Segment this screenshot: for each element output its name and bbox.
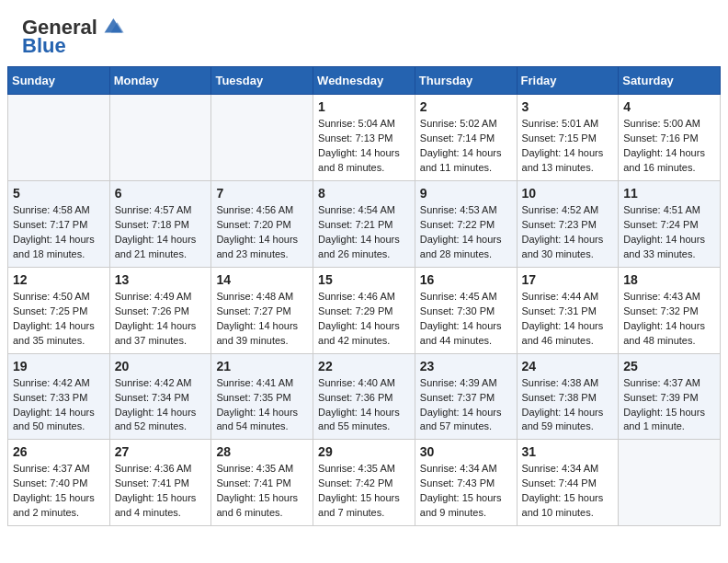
day-number: 12 [13,272,105,287]
logo-blue-text: Blue [22,34,66,57]
calendar-cell: 23Sunrise: 4:39 AMSunset: 7:37 PMDayligh… [415,353,517,440]
calendar-week-1: 1Sunrise: 5:04 AMSunset: 7:13 PMDaylight… [8,95,721,181]
day-number: 19 [13,359,105,373]
day-number: 4 [623,99,715,114]
day-number: 23 [420,359,512,373]
cell-content: Sunrise: 4:35 AMSunset: 7:42 PMDaylight:… [318,462,410,521]
day-number: 5 [13,186,105,201]
cell-content: Sunrise: 4:34 AMSunset: 7:44 PMDaylight:… [522,462,614,521]
cell-content: Sunrise: 5:04 AMSunset: 7:13 PMDaylight:… [318,117,410,176]
day-number: 14 [216,272,308,287]
day-number: 25 [623,359,715,373]
day-number: 11 [623,186,715,201]
cell-content: Sunrise: 4:35 AMSunset: 7:41 PMDaylight:… [216,462,308,521]
weekday-row: SundayMondayTuesdayWednesdayThursdayFrid… [8,67,721,95]
logo-icon [99,12,125,38]
cell-content: Sunrise: 4:37 AMSunset: 7:39 PMDaylight:… [623,376,715,435]
weekday-header-sunday: Sunday [8,67,110,95]
day-number: 9 [420,186,512,201]
cell-content: Sunrise: 4:54 AMSunset: 7:21 PMDaylight:… [318,203,410,262]
day-number: 8 [318,186,410,201]
cell-content: Sunrise: 4:46 AMSunset: 7:29 PMDaylight:… [318,290,410,349]
calendar-header: SundayMondayTuesdayWednesdayThursdayFrid… [8,67,721,95]
day-number: 18 [623,272,715,287]
cell-content: Sunrise: 4:36 AMSunset: 7:41 PMDaylight:… [115,462,207,521]
cell-content: Sunrise: 4:56 AMSunset: 7:20 PMDaylight:… [216,203,308,262]
cell-content: Sunrise: 5:02 AMSunset: 7:14 PMDaylight:… [420,117,512,176]
day-number: 22 [318,359,410,373]
calendar-cell: 31Sunrise: 4:34 AMSunset: 7:44 PMDayligh… [517,440,619,526]
day-number: 13 [115,272,207,287]
calendar-cell: 17Sunrise: 4:44 AMSunset: 7:31 PMDayligh… [517,267,619,353]
calendar-week-4: 19Sunrise: 4:42 AMSunset: 7:33 PMDayligh… [8,353,721,440]
day-number: 27 [115,444,207,459]
calendar-week-3: 12Sunrise: 4:50 AMSunset: 7:25 PMDayligh… [8,267,721,353]
day-number: 20 [115,359,207,373]
cell-content: Sunrise: 4:38 AMSunset: 7:38 PMDaylight:… [522,376,614,435]
cell-content: Sunrise: 4:50 AMSunset: 7:25 PMDaylight:… [13,290,105,349]
day-number: 15 [318,272,410,287]
day-number: 7 [216,186,308,201]
cell-content: Sunrise: 4:49 AMSunset: 7:26 PMDaylight:… [115,290,207,349]
calendar-cell: 29Sunrise: 4:35 AMSunset: 7:42 PMDayligh… [313,440,415,526]
calendar-week-2: 5Sunrise: 4:58 AMSunset: 7:17 PMDaylight… [8,181,721,268]
day-number: 3 [522,99,614,114]
logo: General Blue [22,17,125,57]
calendar-cell: 19Sunrise: 4:42 AMSunset: 7:33 PMDayligh… [8,353,110,440]
cell-content: Sunrise: 4:34 AMSunset: 7:43 PMDaylight:… [420,462,512,521]
calendar-cell: 9Sunrise: 4:53 AMSunset: 7:22 PMDaylight… [415,181,517,268]
day-number: 31 [522,444,614,459]
cell-content: Sunrise: 4:57 AMSunset: 7:18 PMDaylight:… [115,203,207,262]
calendar-cell [619,440,721,526]
cell-content: Sunrise: 4:51 AMSunset: 7:24 PMDaylight:… [623,203,715,262]
calendar-cell: 27Sunrise: 4:36 AMSunset: 7:41 PMDayligh… [109,440,211,526]
calendar-cell: 4Sunrise: 5:00 AMSunset: 7:16 PMDaylight… [619,95,721,181]
calendar-cell: 2Sunrise: 5:02 AMSunset: 7:14 PMDaylight… [415,95,517,181]
day-number: 10 [522,186,614,201]
calendar-cell: 26Sunrise: 4:37 AMSunset: 7:40 PMDayligh… [8,440,110,526]
day-number: 29 [318,444,410,459]
weekday-header-tuesday: Tuesday [211,67,313,95]
cell-content: Sunrise: 4:37 AMSunset: 7:40 PMDaylight:… [13,462,105,521]
calendar-cell: 3Sunrise: 5:01 AMSunset: 7:15 PMDaylight… [517,95,619,181]
cell-content: Sunrise: 5:00 AMSunset: 7:16 PMDaylight:… [623,117,715,176]
cell-content: Sunrise: 4:40 AMSunset: 7:36 PMDaylight:… [318,376,410,435]
calendar-cell: 8Sunrise: 4:54 AMSunset: 7:21 PMDaylight… [313,181,415,268]
calendar-cell: 20Sunrise: 4:42 AMSunset: 7:34 PMDayligh… [109,353,211,440]
calendar-cell: 25Sunrise: 4:37 AMSunset: 7:39 PMDayligh… [619,353,721,440]
calendar-cell: 12Sunrise: 4:50 AMSunset: 7:25 PMDayligh… [8,267,110,353]
day-number: 26 [13,444,105,459]
calendar-table: SundayMondayTuesdayWednesdayThursdayFrid… [7,66,721,526]
weekday-header-saturday: Saturday [619,67,721,95]
cell-content: Sunrise: 4:44 AMSunset: 7:31 PMDaylight:… [522,290,614,349]
cell-content: Sunrise: 4:58 AMSunset: 7:17 PMDaylight:… [13,203,105,262]
calendar-body: 1Sunrise: 5:04 AMSunset: 7:13 PMDaylight… [8,95,721,526]
calendar-cell: 10Sunrise: 4:52 AMSunset: 7:23 PMDayligh… [517,181,619,268]
weekday-header-friday: Friday [517,67,619,95]
calendar-cell: 16Sunrise: 4:45 AMSunset: 7:30 PMDayligh… [415,267,517,353]
cell-content: Sunrise: 4:43 AMSunset: 7:32 PMDaylight:… [623,290,715,349]
calendar-wrapper: SundayMondayTuesdayWednesdayThursdayFrid… [0,66,728,534]
calendar-cell: 6Sunrise: 4:57 AMSunset: 7:18 PMDaylight… [109,181,211,268]
calendar-cell: 21Sunrise: 4:41 AMSunset: 7:35 PMDayligh… [211,353,313,440]
page-header: General Blue [0,0,728,66]
cell-content: Sunrise: 5:01 AMSunset: 7:15 PMDaylight:… [522,117,614,176]
calendar-cell: 22Sunrise: 4:40 AMSunset: 7:36 PMDayligh… [313,353,415,440]
calendar-cell: 30Sunrise: 4:34 AMSunset: 7:43 PMDayligh… [415,440,517,526]
calendar-cell: 13Sunrise: 4:49 AMSunset: 7:26 PMDayligh… [109,267,211,353]
cell-content: Sunrise: 4:39 AMSunset: 7:37 PMDaylight:… [420,376,512,435]
day-number: 30 [420,444,512,459]
calendar-cell: 14Sunrise: 4:48 AMSunset: 7:27 PMDayligh… [211,267,313,353]
day-number: 21 [216,359,308,373]
calendar-cell: 11Sunrise: 4:51 AMSunset: 7:24 PMDayligh… [619,181,721,268]
calendar-cell: 5Sunrise: 4:58 AMSunset: 7:17 PMDaylight… [8,181,110,268]
cell-content: Sunrise: 4:53 AMSunset: 7:22 PMDaylight:… [420,203,512,262]
day-number: 24 [522,359,614,373]
cell-content: Sunrise: 4:41 AMSunset: 7:35 PMDaylight:… [216,376,308,435]
calendar-week-5: 26Sunrise: 4:37 AMSunset: 7:40 PMDayligh… [8,440,721,526]
calendar-cell: 15Sunrise: 4:46 AMSunset: 7:29 PMDayligh… [313,267,415,353]
calendar-cell [8,95,110,181]
cell-content: Sunrise: 4:42 AMSunset: 7:33 PMDaylight:… [13,376,105,435]
weekday-header-monday: Monday [109,67,211,95]
calendar-cell: 18Sunrise: 4:43 AMSunset: 7:32 PMDayligh… [619,267,721,353]
